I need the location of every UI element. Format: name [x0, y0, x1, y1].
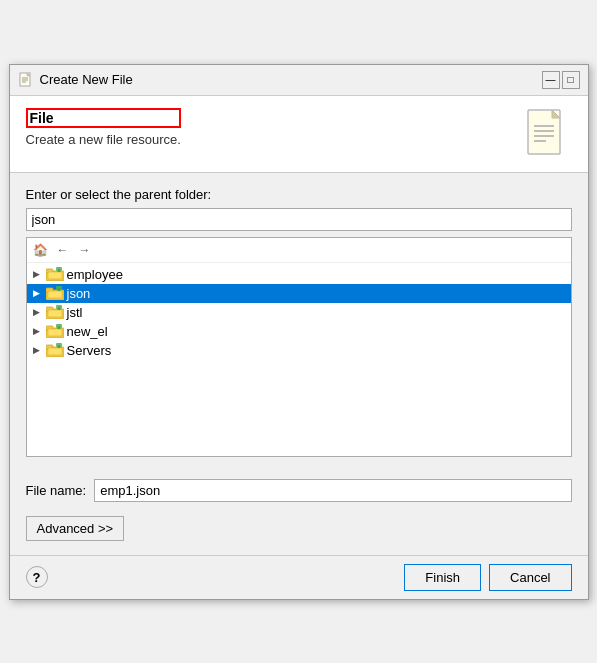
tree-item-label-servers: Servers: [67, 343, 112, 358]
folder-icon-employee: [46, 267, 64, 281]
tree-item-employee[interactable]: ▶ employee: [27, 265, 571, 284]
page-title: File: [26, 108, 181, 128]
content-section: Enter or select the parent folder: 🏠 ← →…: [10, 173, 588, 471]
maximize-button[interactable]: □: [562, 71, 580, 89]
footer-section: ? Finish Cancel: [10, 555, 588, 599]
tree-item-label-employee: employee: [67, 267, 123, 282]
cancel-button[interactable]: Cancel: [489, 564, 571, 591]
expand-arrow-servers: ▶: [33, 345, 43, 355]
title-bar-controls: — □: [542, 71, 580, 89]
filename-input[interactable]: [94, 479, 571, 502]
title-bar: Create New File — □: [10, 65, 588, 96]
svg-rect-28: [48, 329, 62, 336]
tree-item-new-el[interactable]: ▶ new_el: [27, 322, 571, 341]
help-button[interactable]: ?: [26, 566, 48, 588]
finish-button[interactable]: Finish: [404, 564, 481, 591]
tree-item-jstl[interactable]: ▶ jstl: [27, 303, 571, 322]
svg-rect-23: [48, 310, 62, 317]
expand-arrow-new-el: ▶: [33, 326, 43, 336]
svg-rect-18: [48, 291, 62, 298]
forward-button[interactable]: →: [75, 240, 95, 260]
window-title: Create New File: [40, 72, 133, 87]
tree-item-label-jstl: jstl: [67, 305, 83, 320]
window-icon: [18, 72, 34, 88]
tree-toolbar: 🏠 ← →: [27, 238, 571, 263]
title-bar-left: Create New File: [18, 72, 133, 88]
filename-label: File name:: [26, 483, 87, 498]
tree-item-label-new-el: new_el: [67, 324, 108, 339]
advanced-section: Advanced >>: [10, 510, 588, 555]
back-button[interactable]: ←: [53, 240, 73, 260]
tree-item-json[interactable]: ▶ json: [27, 284, 571, 303]
tree-item-label-json: json: [67, 286, 91, 301]
footer-right: Finish Cancel: [404, 564, 571, 591]
tree-items: ▶ employee ▶: [27, 263, 571, 362]
folder-icon-json: [46, 286, 64, 300]
expand-arrow-employee: ▶: [33, 269, 43, 279]
folder-input[interactable]: [26, 208, 572, 231]
tree-item-servers[interactable]: ▶ Servers: [27, 341, 571, 360]
folder-icon-new-el: [46, 324, 64, 338]
filename-section: File name:: [10, 471, 588, 510]
svg-rect-13: [48, 272, 62, 279]
folder-label: Enter or select the parent folder:: [26, 187, 572, 202]
advanced-button[interactable]: Advanced >>: [26, 516, 125, 541]
svg-rect-33: [48, 348, 62, 355]
expand-arrow-jstl: ▶: [33, 307, 43, 317]
footer-left: ?: [26, 566, 48, 588]
minimize-button[interactable]: —: [542, 71, 560, 89]
folder-icon-servers: [46, 343, 64, 357]
header-section: File Create a new file resource.: [10, 96, 588, 173]
header-text-area: File Create a new file resource.: [26, 108, 181, 147]
folder-icon-jstl: [46, 305, 64, 319]
expand-arrow-json: ▶: [33, 288, 43, 298]
dialog-window: Create New File — □ File Create a new fi…: [9, 64, 589, 600]
home-button[interactable]: 🏠: [31, 240, 51, 260]
page-subtitle: Create a new file resource.: [26, 132, 181, 147]
tree-container: 🏠 ← → ▶ employee: [26, 237, 572, 457]
header-file-icon: [524, 108, 572, 160]
